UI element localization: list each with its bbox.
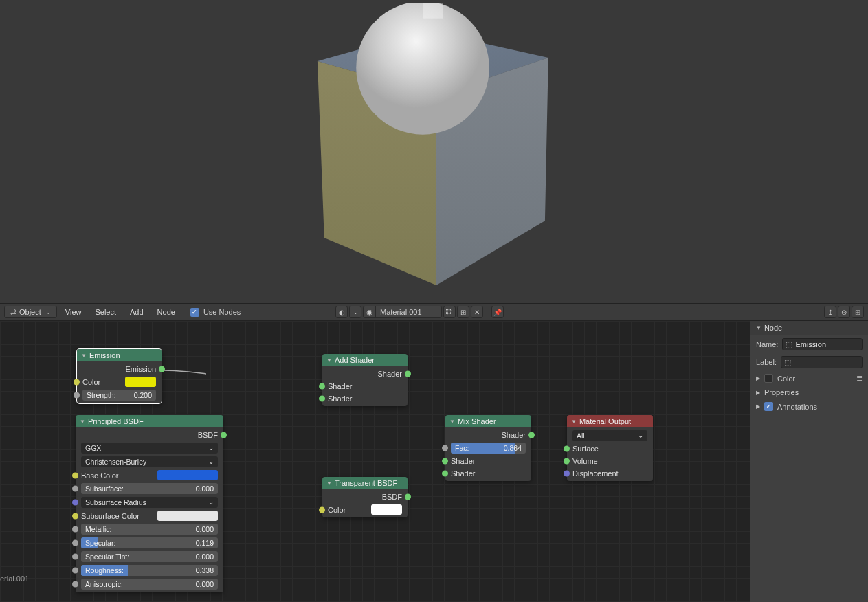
socket-addshader-in2[interactable]: Shader <box>322 392 408 405</box>
sidebar-annotations-row[interactable]: ▶✓Annotations <box>750 399 868 414</box>
unlink-material-icon[interactable]: ✕ <box>471 306 483 318</box>
node-mix-header[interactable]: ▼Mix Shader <box>445 415 531 427</box>
principled-sss-method[interactable]: Christensen-Burley <box>81 456 218 467</box>
annotations-checkbox[interactable]: ✓ <box>764 402 773 411</box>
node-principled[interactable]: ▼Principled BSDF BSDF GGX Christensen-Bu… <box>76 415 223 592</box>
transparent-color-swatch[interactable] <box>371 504 402 515</box>
use-nodes-label: Use Nodes <box>203 308 241 316</box>
socket-transparent-color[interactable]: Color <box>322 503 408 516</box>
options-icon[interactable]: ⊞ <box>852 306 864 318</box>
socket-mix-in1[interactable]: Shader <box>445 455 531 467</box>
socket-output-volume[interactable]: Volume <box>567 455 653 467</box>
sidebar-color-row[interactable]: ▶Color≣ <box>750 371 868 386</box>
socket-emission-strength[interactable]: Strength:0.200 <box>77 388 162 402</box>
list-icon[interactable]: ≣ <box>856 374 863 383</box>
socket-anisotropic[interactable]: Anisotropic:0.000 <box>76 577 223 591</box>
output-target[interactable]: All <box>572 430 647 441</box>
node-add-shader-header[interactable]: ▼Add Shader <box>322 354 408 366</box>
socket-emission-color[interactable]: Color <box>77 375 162 388</box>
node-editor-header: ⇄Object⌄ View Select Add Node ✓ Use Node… <box>0 303 868 321</box>
node-output-header[interactable]: ▼Material Output <box>567 415 653 427</box>
sss-color-swatch[interactable] <box>157 511 218 521</box>
node-mix-shader[interactable]: ▼Mix Shader Shader Fac:0.864 Shader Shad… <box>445 415 531 481</box>
socket-metallic[interactable]: Metallic:0.000 <box>76 522 223 536</box>
socket-roughness[interactable]: Roughness:0.338 <box>76 564 223 577</box>
emission-strength-field[interactable]: Strength:0.200 <box>82 390 156 401</box>
node-add-shader[interactable]: ▼Add Shader Shader Shader Shader <box>322 354 408 406</box>
node-label-field[interactable]: ⬚ <box>781 356 863 368</box>
menu-node[interactable]: Node <box>152 306 181 317</box>
socket-mix-fac[interactable]: Fac:0.864 <box>445 441 531 455</box>
material-datablock[interactable]: ◉Material.001 <box>363 306 442 318</box>
svg-point-3 <box>356 3 489 135</box>
node-principled-header[interactable]: ▼Principled BSDF <box>76 415 223 427</box>
node-material-output[interactable]: ▼Material Output All Surface Volume Disp… <box>567 415 653 481</box>
node-transparent-header[interactable]: ▼Transparent BSDF <box>322 477 408 489</box>
socket-output-surface[interactable]: Surface <box>567 443 653 455</box>
node-transparent[interactable]: ▼Transparent BSDF BSDF Color <box>322 477 408 517</box>
sidebar-node-panel-header[interactable]: ▼Node <box>750 321 868 335</box>
menu-select[interactable]: Select <box>89 306 122 317</box>
socket-mix-in2[interactable]: Shader <box>445 467 531 480</box>
socket-sss-radius[interactable]: Subsurface Radius <box>76 495 223 509</box>
label-label: Label: <box>756 358 777 366</box>
new-material-icon[interactable]: ⊞ <box>457 306 469 318</box>
sidebar-properties-row[interactable]: ▶Properties <box>750 386 868 399</box>
socket-subsurface[interactable]: Subsurface:0.000 <box>76 482 223 495</box>
nav-up-icon[interactable]: ↥ <box>824 306 836 318</box>
shading-type-icon[interactable]: ◐ <box>335 306 348 318</box>
snap-icon[interactable]: ⊙ <box>838 306 850 318</box>
menu-add[interactable]: Add <box>124 306 149 317</box>
color-checkbox[interactable] <box>764 374 773 383</box>
socket-spec-tint[interactable]: Specular Tint:0.000 <box>76 550 223 564</box>
socket-base-color[interactable]: Base Color <box>76 469 223 482</box>
shading-dropdown-icon[interactable]: ⌄ <box>349 306 361 318</box>
menu-view[interactable]: View <box>60 306 87 317</box>
node-emission[interactable]: ▼Emission Emission Color Strength:0.200 <box>77 349 162 403</box>
socket-principled-bsdf[interactable]: BSDF <box>76 429 223 441</box>
properties-sidebar: ▼Node Name:⬚Emission Label:⬚ ▶Color≣ ▶Pr… <box>750 321 868 602</box>
socket-transparent-out[interactable]: BSDF <box>322 491 408 503</box>
browse-material-icon[interactable]: ⿻ <box>443 306 456 318</box>
socket-addshader-out[interactable]: Shader <box>322 368 408 380</box>
socket-output-disp[interactable]: Displacement <box>567 467 653 480</box>
base-color-swatch[interactable] <box>157 470 218 480</box>
active-material-label: erial.001 <box>0 575 29 583</box>
socket-mix-out[interactable]: Shader <box>445 429 531 441</box>
name-label: Name: <box>756 340 778 348</box>
socket-sss-color[interactable]: Subsurface Color <box>76 509 223 522</box>
node-name-field[interactable]: ⬚Emission <box>782 338 863 350</box>
use-nodes-checkbox[interactable]: ✓ <box>190 308 199 317</box>
node-emission-header[interactable]: ▼Emission <box>77 349 162 361</box>
viewport-3d[interactable] <box>0 0 868 303</box>
principled-distribution[interactable]: GGX <box>81 443 218 454</box>
socket-specular[interactable]: Specular:0.119 <box>76 536 223 550</box>
viewport-preview <box>299 3 553 289</box>
node-editor-canvas[interactable]: ▼Emission Emission Color Strength:0.200 … <box>0 321 750 602</box>
mode-dropdown[interactable]: ⇄Object⌄ <box>4 306 57 318</box>
socket-emission-out[interactable]: Emission <box>77 363 162 375</box>
svg-rect-4 <box>423 3 443 19</box>
emission-color-swatch[interactable] <box>125 377 156 387</box>
pin-icon[interactable]: 📌 <box>491 306 504 318</box>
socket-addshader-in1[interactable]: Shader <box>322 380 408 392</box>
